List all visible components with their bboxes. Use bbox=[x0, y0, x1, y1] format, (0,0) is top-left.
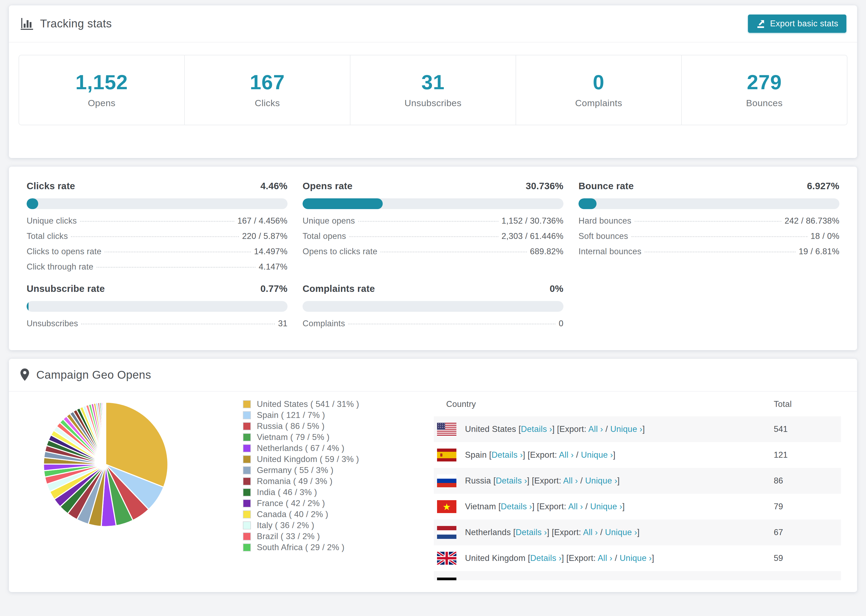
bar-chart-icon bbox=[20, 17, 34, 31]
geo-col-total: Total bbox=[774, 392, 841, 416]
legend-item-canada[interactable]: Canada ( 40 / 2% ) bbox=[243, 509, 388, 520]
export-all-link[interactable]: All › bbox=[563, 476, 578, 486]
export-all-link[interactable]: All › bbox=[583, 528, 598, 537]
country-total: 67 bbox=[774, 520, 841, 545]
legend-item-vietnam[interactable]: Vietnam ( 79 / 5% ) bbox=[243, 432, 388, 443]
rate-detail-row: Unique clicks167 / 4.456% bbox=[27, 216, 288, 225]
legend-swatch bbox=[243, 544, 251, 552]
details-link[interactable]: Details › bbox=[531, 553, 562, 563]
legend-item-united-kingdom[interactable]: United Kingdom ( 59 / 3% ) bbox=[243, 454, 388, 465]
export-unique-link[interactable]: Unique › bbox=[620, 553, 652, 563]
export-all-link[interactable]: All › bbox=[589, 424, 603, 434]
legend-label: United Kingdom ( 59 / 3% ) bbox=[257, 454, 359, 464]
export-basic-stats-label: Export basic stats bbox=[770, 19, 838, 28]
rate-detail-row: Complaints0 bbox=[302, 319, 564, 327]
rate-block-unsubscribe-rate: Unsubscribe rate0.77%Unsubscribes31 bbox=[27, 283, 288, 327]
export-icon bbox=[756, 19, 766, 28]
legend-item-france[interactable]: France ( 42 / 2% ) bbox=[243, 498, 388, 509]
rate-detail-row: Total opens2,303 / 61.446% bbox=[302, 231, 564, 240]
rate-value: 6.927% bbox=[807, 181, 839, 191]
summary-stat-value: 31 bbox=[422, 72, 445, 93]
rate-block-opens-rate: Opens rate30.736%Unique opens1,152 / 30.… bbox=[302, 181, 564, 270]
export-unique-link[interactable]: Unique › bbox=[590, 502, 622, 511]
country-cell: United States [Details ›] [Export: All ›… bbox=[434, 423, 774, 436]
geo-pie-legend: United States ( 541 / 31% )Spain ( 121 /… bbox=[243, 392, 388, 553]
details-link[interactable]: Details › bbox=[491, 450, 523, 460]
country-total: 55 bbox=[774, 571, 841, 580]
summary-stat-opens: 1,152Opens bbox=[19, 55, 185, 125]
legend-label: France ( 42 / 2% ) bbox=[257, 498, 325, 508]
rate-detail-label: Total clicks bbox=[27, 231, 68, 241]
summary-stat-value: 279 bbox=[747, 72, 782, 93]
export-unique-link[interactable]: Unique › bbox=[605, 528, 638, 537]
summary-stat-value: 167 bbox=[250, 72, 285, 93]
legend-swatch bbox=[243, 466, 251, 475]
export-basic-stats-button[interactable]: Export basic stats bbox=[748, 14, 846, 33]
legend-label: Germany ( 55 / 3% ) bbox=[257, 465, 334, 475]
legend-item-romania[interactable]: Romania ( 49 / 3% ) bbox=[243, 476, 388, 487]
geo-table-row-us: United States [Details ›] [Export: All ›… bbox=[434, 416, 841, 442]
legend-item-russia[interactable]: Russia ( 86 / 5% ) bbox=[243, 421, 388, 432]
country-cell: Vietnam [Details ›] [Export: All › / Uni… bbox=[434, 500, 774, 513]
geo-pie-chart bbox=[28, 392, 184, 530]
details-link[interactable]: Details › bbox=[521, 424, 552, 434]
rate-detail-row: Soft bounces18 / 0% bbox=[578, 231, 839, 240]
legend-swatch bbox=[243, 433, 251, 441]
legend-item-india[interactable]: India ( 46 / 3% ) bbox=[243, 487, 388, 498]
rate-progress-bar bbox=[27, 301, 288, 312]
summary-stat-clicks: 167Clicks bbox=[185, 55, 350, 125]
legend-item-netherlands[interactable]: Netherlands ( 67 / 4% ) bbox=[243, 443, 388, 454]
rate-detail-value: 242 / 86.738% bbox=[784, 216, 839, 226]
details-link[interactable]: Details › bbox=[505, 579, 536, 580]
geo-opens-card: Campaign Geo Opens United States ( 541 /… bbox=[9, 359, 857, 592]
rate-title: Opens rate bbox=[302, 181, 353, 191]
export-all-link[interactable]: All › bbox=[559, 450, 574, 460]
geo-table-row-nl: Netherlands [Details ›] [Export: All › /… bbox=[434, 520, 841, 545]
flag-ru bbox=[437, 475, 457, 487]
rate-value: 0.77% bbox=[260, 283, 288, 294]
export-unique-link[interactable]: Unique › bbox=[610, 424, 642, 434]
country-cell: Germany [Details ›] [Export: All › / Uni… bbox=[434, 578, 774, 580]
legend-label: Spain ( 121 / 7% ) bbox=[257, 410, 325, 420]
country-total: 541 bbox=[774, 416, 841, 442]
export-all-link[interactable]: All › bbox=[568, 502, 583, 511]
country-links: Germany [Details ›] [Export: All › / Uni… bbox=[465, 579, 628, 580]
rate-block-complaints-rate: Complaints rate0%Complaints0 bbox=[302, 283, 564, 327]
details-link[interactable]: Details › bbox=[496, 476, 527, 486]
dashboard-page: Tracking stats Export basic stats 1,152O… bbox=[0, 0, 866, 592]
rates-grid: Clicks rate4.46%Unique clicks167 / 4.456… bbox=[9, 167, 857, 350]
export-unique-link[interactable]: Unique › bbox=[581, 450, 613, 460]
country-cell: Russia [Details ›] [Export: All › / Uniq… bbox=[434, 475, 774, 487]
legend-item-united-states[interactable]: United States ( 541 / 31% ) bbox=[243, 399, 388, 410]
flag-vn bbox=[437, 500, 457, 513]
legend-label: Italy ( 36 / 2% ) bbox=[257, 520, 314, 530]
export-all-link[interactable]: All › bbox=[598, 553, 612, 563]
summary-stat-unsubscribes: 31Unsubscribes bbox=[350, 55, 516, 125]
details-link[interactable]: Details › bbox=[516, 528, 547, 537]
geo-table-row-ru: Russia [Details ›] [Export: All › / Uniq… bbox=[434, 468, 841, 494]
rate-progress-bar bbox=[302, 198, 564, 209]
rate-detail-label: Unique opens bbox=[302, 216, 355, 226]
geo-table-row-de: Germany [Details ›] [Export: All › / Uni… bbox=[434, 571, 841, 580]
export-all-link[interactable]: All › bbox=[572, 579, 587, 580]
legend-swatch bbox=[243, 511, 251, 519]
pie-slice[interactable] bbox=[105, 402, 106, 464]
rate-title: Unsubscribe rate bbox=[27, 283, 105, 294]
legend-item-brazil[interactable]: Brazil ( 33 / 2% ) bbox=[243, 531, 388, 542]
legend-item-south-africa[interactable]: South Africa ( 29 / 2% ) bbox=[243, 542, 388, 553]
rate-detail-label: Opens to clicks rate bbox=[302, 247, 377, 256]
flag-us bbox=[437, 423, 457, 436]
legend-swatch bbox=[243, 411, 251, 419]
export-unique-link[interactable]: Unique › bbox=[594, 579, 627, 580]
legend-item-spain[interactable]: Spain ( 121 / 7% ) bbox=[243, 410, 388, 421]
summary-stat-label: Complaints bbox=[575, 98, 622, 108]
details-link[interactable]: Details › bbox=[501, 502, 532, 511]
export-unique-link[interactable]: Unique › bbox=[585, 476, 617, 486]
rate-detail-label: Total opens bbox=[302, 231, 346, 241]
rate-detail-row: Clicks to opens rate14.497% bbox=[27, 247, 288, 255]
legend-item-germany[interactable]: Germany ( 55 / 3% ) bbox=[243, 465, 388, 476]
country-cell: Netherlands [Details ›] [Export: All › /… bbox=[434, 526, 774, 539]
geo-opens-title: Campaign Geo Opens bbox=[36, 368, 151, 381]
legend-item-italy[interactable]: Italy ( 36 / 2% ) bbox=[243, 520, 388, 531]
summary-stat-label: Unsubscribes bbox=[405, 98, 461, 108]
